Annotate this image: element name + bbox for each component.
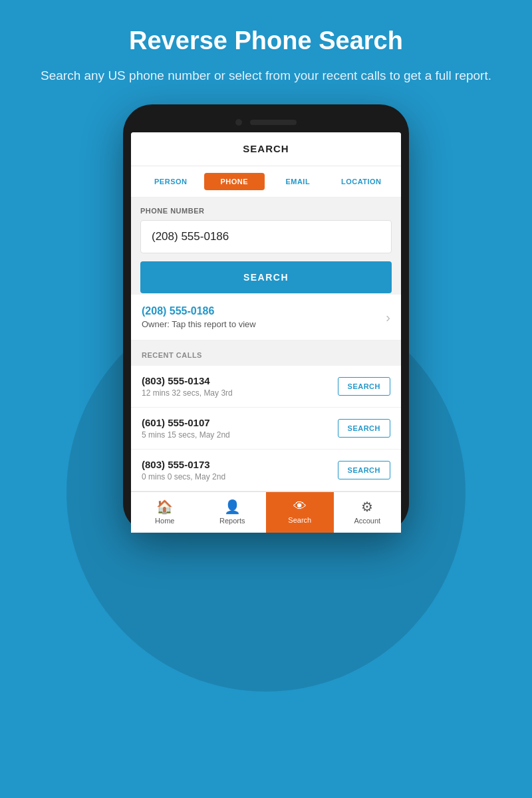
main-title: Reverse Phone Search xyxy=(40,27,492,56)
phone-number-section: PHONE NUMBER (208) 555-0186 SEARCH xyxy=(131,198,401,293)
call-search-btn-2[interactable]: SEARCH xyxy=(338,461,390,479)
phone-input[interactable]: (208) 555-0186 xyxy=(140,220,392,253)
recent-calls-label: RECENT CALLS xyxy=(142,351,202,359)
reports-icon: 👤 xyxy=(224,499,241,515)
search-tabs: PERSON PHONE EMAIL LOCATION xyxy=(131,166,401,198)
tab-phone[interactable]: PHONE xyxy=(204,173,265,190)
subtitle: Search any US phone number or select fro… xyxy=(40,66,492,85)
result-info: (208) 555-0186 Owner: Tap this report to… xyxy=(142,305,256,329)
nav-search[interactable]: 👁 Search xyxy=(266,492,334,533)
call-info-1: (601) 555-0107 5 mins 15 secs, May 2nd xyxy=(142,417,230,440)
chevron-right-icon: › xyxy=(386,310,390,325)
tab-person[interactable]: PERSON xyxy=(140,173,201,190)
call-meta-1: 5 mins 15 secs, May 2nd xyxy=(142,430,230,440)
call-item-2: (803) 555-0173 0 mins 0 secs, May 2nd SE… xyxy=(131,450,401,491)
phone-top-bar xyxy=(131,115,401,132)
main-search-button[interactable]: SEARCH xyxy=(140,261,392,293)
nav-reports-label: Reports xyxy=(219,517,245,525)
call-search-btn-0[interactable]: SEARCH xyxy=(338,377,390,396)
phone-wrapper: SEARCH PERSON PHONE EMAIL LOCATION PHONE… xyxy=(0,104,532,533)
nav-account-label: Account xyxy=(354,517,380,525)
speaker-grille xyxy=(250,120,297,125)
home-icon: 🏠 xyxy=(156,499,173,515)
call-meta-2: 0 mins 0 secs, May 2nd xyxy=(142,472,225,481)
call-info-2: (803) 555-0173 0 mins 0 secs, May 2nd xyxy=(142,459,225,481)
nav-search-label: Search xyxy=(288,516,311,524)
tab-location[interactable]: LOCATION xyxy=(331,173,392,190)
call-search-btn-1[interactable]: SEARCH xyxy=(338,419,390,438)
result-card[interactable]: (208) 555-0186 Owner: Tap this report to… xyxy=(131,295,401,340)
call-info-0: (803) 555-0134 12 mins 32 secs, May 3rd xyxy=(142,375,233,398)
phone-screen: SEARCH PERSON PHONE EMAIL LOCATION PHONE… xyxy=(131,132,401,533)
bottom-nav: 🏠 Home 👤 Reports 👁 Search ⚙ Account xyxy=(131,491,401,533)
call-number-1: (601) 555-0107 xyxy=(142,417,230,428)
nav-home[interactable]: 🏠 Home xyxy=(131,492,199,533)
camera-dot xyxy=(235,119,242,126)
call-item-0: (803) 555-0134 12 mins 32 secs, May 3rd … xyxy=(131,366,401,408)
app-screen-title: SEARCH xyxy=(243,143,289,154)
result-number: (208) 555-0186 xyxy=(142,305,256,317)
result-owner: Owner: Tap this report to view xyxy=(142,319,256,329)
app-header: SEARCH xyxy=(131,132,401,166)
account-icon: ⚙ xyxy=(361,499,373,515)
tab-email[interactable]: EMAIL xyxy=(267,173,329,190)
call-meta-0: 12 mins 32 secs, May 3rd xyxy=(142,388,233,398)
phone-field-label: PHONE NUMBER xyxy=(140,207,392,215)
search-nav-icon: 👁 xyxy=(293,499,307,514)
nav-account[interactable]: ⚙ Account xyxy=(334,492,402,533)
phone-device: SEARCH PERSON PHONE EMAIL LOCATION PHONE… xyxy=(123,104,409,533)
nav-home-label: Home xyxy=(155,517,174,525)
header-section: Reverse Phone Search Search any US phone… xyxy=(0,0,532,98)
call-number-2: (803) 555-0173 xyxy=(142,459,225,470)
call-number-0: (803) 555-0134 xyxy=(142,375,233,386)
call-item-1: (601) 555-0107 5 mins 15 secs, May 2nd S… xyxy=(131,408,401,450)
recent-calls-header: RECENT CALLS xyxy=(131,340,401,366)
nav-reports[interactable]: 👤 Reports xyxy=(199,492,267,533)
